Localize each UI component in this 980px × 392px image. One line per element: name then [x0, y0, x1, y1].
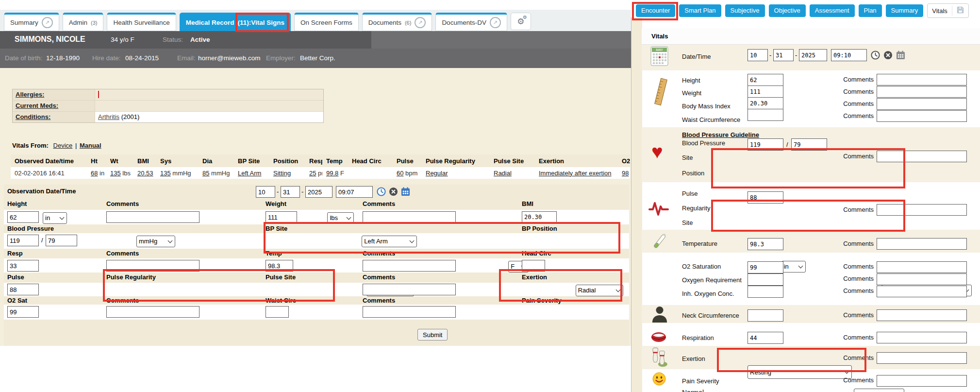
- bp-systolic-input[interactable]: [7, 235, 39, 246]
- r-o2-sat-input[interactable]: [747, 261, 783, 273]
- r-o2-sat-comments-input[interactable]: [877, 261, 967, 273]
- obs-time-input[interactable]: [336, 186, 373, 198]
- o2-sat-input[interactable]: [7, 306, 39, 318]
- tab-objective[interactable]: Objective: [769, 4, 806, 17]
- sys-link[interactable]: 135: [160, 170, 171, 177]
- external-link-icon[interactable]: ↗: [490, 17, 501, 28]
- position-link[interactable]: Sitting: [273, 170, 291, 177]
- waist-comments-input[interactable]: [363, 306, 456, 318]
- pulse-reg-link[interactable]: Regular: [426, 170, 448, 177]
- ht-link[interactable]: 68: [91, 170, 98, 177]
- clock-icon[interactable]: [377, 187, 386, 198]
- allergies-link[interactable]: Allergies:: [13, 89, 95, 100]
- clock-icon[interactable]: [871, 51, 880, 62]
- exertion-link[interactable]: Immediately after exertion: [539, 170, 612, 177]
- weight-unit-select-el[interactable]: lbs: [327, 212, 354, 224]
- r-day-input[interactable]: [773, 49, 794, 61]
- r-o2-conc-input[interactable]: [747, 286, 783, 298]
- pulse-site-select-el[interactable]: Radial: [576, 285, 623, 296]
- bp-unit-select[interactable]: mmHg: [136, 236, 175, 247]
- r-neck-input[interactable]: [747, 309, 783, 322]
- calendar-icon[interactable]: [401, 187, 410, 198]
- calendar-icon[interactable]: [896, 51, 905, 62]
- condition-arthritis-link[interactable]: Arthritis: [98, 113, 119, 120]
- resp-comments-input[interactable]: [106, 260, 199, 272]
- external-link-icon[interactable]: ↗: [42, 17, 53, 28]
- tab-documents-dv[interactable]: Documents-DV ↗: [435, 13, 507, 31]
- r-resp-comments-input[interactable]: [877, 332, 967, 343]
- r-bp-comments-input[interactable]: [877, 151, 967, 162]
- height-comments-input[interactable]: [106, 211, 199, 223]
- save-icon[interactable]: [957, 6, 964, 15]
- obs-month-input[interactable]: [256, 186, 275, 198]
- tab-smart-plan[interactable]: Smart Plan: [679, 4, 721, 17]
- height-unit-select[interactable]: in: [43, 212, 67, 224]
- r-pulse-input[interactable]: [747, 191, 783, 204]
- tab-subjective[interactable]: Subjective: [725, 4, 765, 17]
- settings-button[interactable]: ⚙ ⚙: [511, 13, 531, 30]
- temp-input[interactable]: [266, 260, 293, 272]
- resp-link[interactable]: 25: [309, 170, 316, 177]
- pulse-site-select[interactable]: Radial: [576, 285, 623, 296]
- pulse-comments-input[interactable]: [363, 284, 456, 295]
- r-o2-req-comments-input[interactable]: [877, 273, 967, 285]
- pulse-input[interactable]: [7, 284, 39, 295]
- r-pain-comments-input[interactable]: [877, 375, 967, 387]
- pulse-site-link[interactable]: Radial: [494, 170, 512, 177]
- r-pulse-comments-input[interactable]: [877, 204, 967, 216]
- obs-year-input[interactable]: [305, 186, 332, 198]
- conditions-link[interactable]: Conditions:: [13, 112, 95, 122]
- bp-guideline-link[interactable]: Blood Pressure Guideline: [682, 131, 759, 138]
- obs-day-input[interactable]: [281, 186, 300, 198]
- pulse-link[interactable]: 60: [397, 170, 403, 177]
- tab-encounter[interactable]: Encounter: [636, 4, 675, 17]
- r-resp-input[interactable]: [747, 332, 783, 344]
- bmi-input[interactable]: [522, 211, 557, 223]
- height-unit-select-el[interactable]: in: [43, 212, 67, 224]
- r-pain-select[interactable]: Select One: [854, 389, 904, 392]
- tab-health-surveillance[interactable]: Health Surveillance: [107, 13, 176, 31]
- resp-input[interactable]: [7, 260, 39, 272]
- r-month-input[interactable]: [747, 49, 768, 61]
- r-year-input[interactable]: [799, 49, 827, 61]
- bmi-link[interactable]: 20.53: [137, 170, 153, 177]
- wt-link[interactable]: 135: [110, 170, 121, 177]
- bp-site-select[interactable]: Left Arm: [362, 236, 417, 247]
- r-height-input[interactable]: [747, 74, 783, 86]
- dia-link[interactable]: 85: [202, 170, 209, 177]
- r-bmi-comments-input[interactable]: [877, 98, 967, 110]
- head-circ-input[interactable]: [522, 260, 545, 272]
- tab-medical-record-vital-signs[interactable]: Medical Record (11):Vital Signs: [180, 13, 291, 31]
- height-input[interactable]: [7, 211, 39, 223]
- r-weight-comments-input[interactable]: [877, 86, 967, 98]
- manual-link[interactable]: Manual: [80, 142, 101, 149]
- weight-unit-select[interactable]: lbs: [327, 212, 354, 224]
- tab-on-screen-forms[interactable]: On Screen Forms: [294, 13, 359, 31]
- o2-comments-input[interactable]: [106, 306, 199, 318]
- waist-circ-input[interactable]: [266, 306, 289, 318]
- device-link[interactable]: Device: [53, 142, 73, 149]
- clear-date-icon[interactable]: [883, 51, 893, 62]
- head-circ-unit-select-el[interactable]: in: [781, 261, 806, 273]
- temp-link[interactable]: 99.8: [326, 170, 338, 177]
- bp-unit-select-el[interactable]: mmHg: [136, 236, 175, 247]
- r-temp-input[interactable]: [747, 238, 783, 250]
- bp-site-select-el[interactable]: Left Arm: [362, 236, 417, 247]
- tab-plan[interactable]: Plan: [859, 4, 882, 17]
- r-bmi-input[interactable]: [747, 97, 783, 109]
- o2-link[interactable]: 98: [622, 170, 629, 177]
- r-neck-comments-input[interactable]: [877, 309, 967, 321]
- head-circ-unit-select[interactable]: in: [781, 261, 806, 273]
- r-waist-input[interactable]: [747, 109, 783, 121]
- r-pain-select-el[interactable]: Select One: [854, 389, 904, 392]
- r-time-input[interactable]: [831, 49, 867, 61]
- r-height-comments-input[interactable]: [877, 74, 967, 85]
- tab-assessment[interactable]: Assessment: [810, 4, 855, 17]
- clear-date-icon[interactable]: [389, 187, 398, 198]
- calendar-month-icon[interactable]: MAY: [650, 46, 669, 68]
- weight-comments-input[interactable]: [363, 211, 456, 223]
- submit-button[interactable]: Submit: [417, 329, 448, 341]
- r-exertion-comments-input[interactable]: [877, 352, 967, 364]
- r-temp-comments-input[interactable]: [877, 238, 967, 250]
- current-meds-link[interactable]: Current Meds:: [13, 101, 95, 111]
